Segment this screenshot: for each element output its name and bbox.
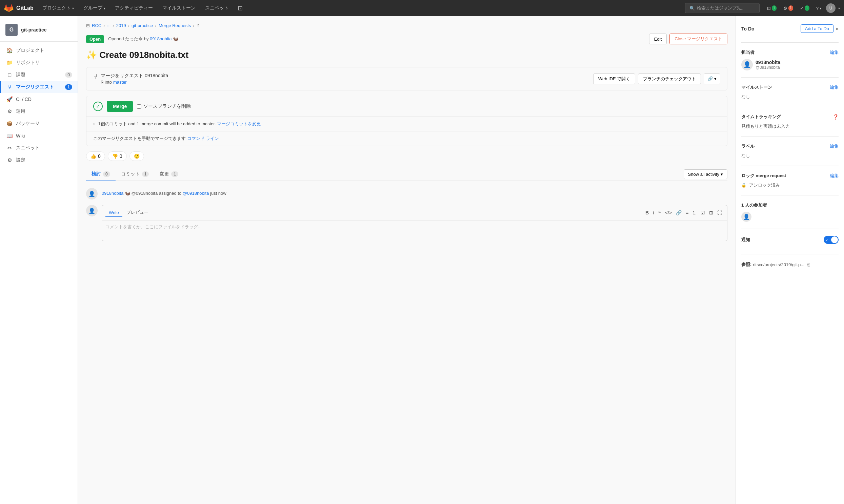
task-list-button[interactable]: ☑ xyxy=(699,209,707,216)
breadcrumb-git-practice[interactable]: git-practice xyxy=(131,23,153,28)
user-avatar[interactable]: U xyxy=(826,3,836,13)
tab-changes[interactable]: 変更 1 xyxy=(154,168,184,181)
check-button[interactable]: ✓ 1 xyxy=(798,4,811,12)
check-circle-icon: ✓ xyxy=(93,102,103,111)
delete-source-checkbox-label[interactable]: ソースブランチを削除 xyxy=(137,103,191,109)
milestone-header: マイルストーン 編集 xyxy=(741,84,839,90)
assignee-edit-link[interactable]: 編集 xyxy=(830,50,839,56)
milestone-section: マイルストーン 編集 なし xyxy=(741,84,839,107)
notification-toggle[interactable]: ✓ xyxy=(824,236,839,244)
mr-open-badge: Open xyxy=(86,35,104,43)
merge-section: ✓ Merge ソースブランチを削除 › 1個のコミット and 1 merge… xyxy=(86,96,727,146)
checkout-button[interactable]: ブランチのチェックアウト xyxy=(638,73,701,84)
comment-preview-tab[interactable]: プレビュー xyxy=(123,208,152,217)
activity-user-link[interactable]: 0918nobita 🦦 xyxy=(102,191,131,196)
sidebar-item-settings[interactable]: ⚙ 設定 xyxy=(0,154,77,166)
comment-write-tab[interactable]: Write xyxy=(105,209,122,217)
sidebar-item-operations[interactable]: ⚙ 運用 xyxy=(0,105,77,118)
command-line-link[interactable]: コマンド ライン xyxy=(187,136,219,141)
comment-toolbar: Write プレビュー B I ❝ </> 🔗 ≡ 1. ☑ ⊞ ⛶ xyxy=(102,205,727,220)
sidebar-item-merge-requests[interactable]: ⑂ マージリクエスト 1 xyxy=(0,81,77,93)
edit-button[interactable]: Edit xyxy=(649,34,667,44)
change-merge-commit-link[interactable]: マージコミットを変更 xyxy=(217,121,261,126)
nav-activity[interactable]: アクティビティー xyxy=(111,4,156,13)
todo-button[interactable]: ⊡ 1 xyxy=(765,4,778,12)
bullet-list-button[interactable]: ≡ xyxy=(684,209,690,216)
sidebar-item-cicd[interactable]: 🚀 CI / CD xyxy=(0,93,77,105)
code-button[interactable]: </> xyxy=(663,209,673,216)
copy-icon: ⎘ xyxy=(101,79,103,85)
sidebar-item-wiki[interactable]: 📖 Wiki xyxy=(0,130,77,142)
expand-commit-info-button[interactable]: › xyxy=(93,121,95,126)
mr-badge: 1 xyxy=(788,5,793,11)
help-button[interactable]: ? ▾ xyxy=(814,4,823,12)
thumbs-down-button[interactable]: 👎 0 xyxy=(108,151,127,161)
show-all-activity-button[interactable]: Show all activity ▾ xyxy=(684,169,727,179)
sidebar-item-packages[interactable]: 📦 パッケージ xyxy=(0,118,77,130)
lock-edit-link[interactable]: 編集 xyxy=(830,173,839,179)
comment-input[interactable]: コメントを書くか、ここにファイルをドラッグ... xyxy=(102,220,727,241)
assignee-name: 0918nobita xyxy=(756,60,780,65)
target-branch[interactable]: master xyxy=(113,79,127,85)
breadcrumb-merge-requests[interactable]: Merge Requests xyxy=(159,23,191,28)
project-avatar: G xyxy=(5,24,18,36)
copy-reference-button[interactable]: ⎘ xyxy=(806,261,811,268)
webide-button[interactable]: Web IDE で開く xyxy=(593,73,635,84)
nav-milestones[interactable]: マイルストーン xyxy=(159,4,199,13)
breadcrumb-2019[interactable]: 2019 xyxy=(116,23,126,28)
sidebar-item-snippets[interactable]: ✂ スニペット xyxy=(0,142,77,154)
tab-discussion[interactable]: 検討 0 xyxy=(86,168,116,181)
label-section: ラベル 編集 なし xyxy=(741,143,839,166)
add-todo-button[interactable]: Add a To Do xyxy=(801,24,833,33)
search-box[interactable]: 🔍 検索またはジャンプ先... xyxy=(685,3,760,13)
todo-section: To Do Add a To Do » xyxy=(741,22,839,43)
delete-source-checkbox[interactable] xyxy=(137,104,141,109)
gitlab-logo-icon xyxy=(4,3,14,13)
comment-box: Write プレビュー B I ❝ </> 🔗 ≡ 1. ☑ ⊞ ⛶ xyxy=(102,205,727,241)
milestone-edit-link[interactable]: 編集 xyxy=(830,84,839,90)
label-value: なし xyxy=(741,153,750,158)
table-button[interactable]: ⊞ xyxy=(707,209,715,216)
merge-button[interactable]: Merge xyxy=(107,101,133,112)
breadcrumb-ellipsis[interactable]: ··· xyxy=(107,23,111,28)
nav-project-menu[interactable]: プロジェクト ▾ xyxy=(39,4,77,13)
mr-request-author-link[interactable]: 0918nobita xyxy=(145,73,168,78)
time-tracking-section: タイムトラッキング ❓ 見積もりと実績は未入力 xyxy=(741,114,839,137)
gitlab-text: GitLab xyxy=(16,5,34,11)
mr-author-link[interactable]: 0918nobita 🦦 xyxy=(150,36,178,41)
mr-button[interactable]: ⚙ 1 xyxy=(781,4,795,12)
gitlab-logo[interactable]: GitLab xyxy=(4,3,34,13)
bold-button[interactable]: B xyxy=(644,209,650,216)
sidebar-item-repository[interactable]: 📁 リポジトリ xyxy=(0,57,77,69)
fullscreen-button[interactable]: ⛶ xyxy=(716,209,724,216)
add-reaction-button[interactable]: 🙂 xyxy=(129,151,144,161)
italic-button[interactable]: I xyxy=(651,209,656,216)
link-button[interactable]: 🔗 xyxy=(674,209,683,216)
issues-badge: 0 xyxy=(65,72,72,77)
close-mr-button[interactable]: Close マージリクエスト xyxy=(669,34,727,44)
label-edit-link[interactable]: 編集 xyxy=(830,143,839,149)
tab-commits[interactable]: コミット 1 xyxy=(116,168,155,181)
lock-section: ロック merge request 編集 🔓 アンロック済み xyxy=(741,173,839,195)
chevron-down-icon: ▾ xyxy=(72,6,74,10)
chevron-down-icon: ▾ xyxy=(838,6,840,10)
more-options-button[interactable]: 🔗 ▾ xyxy=(704,73,720,84)
page-layout: G git-practice 🏠 プロジェクト 📁 リポジトリ ◻ 課題 0 ⑂… xyxy=(0,16,844,504)
quote-button[interactable]: ❝ xyxy=(656,209,663,216)
sidebar-item-issues[interactable]: ◻ 課題 0 xyxy=(0,69,77,81)
chevron-down-icon: ▾ xyxy=(104,6,105,10)
numbered-list-button[interactable]: 1. xyxy=(691,209,698,216)
right-panel: To Do Add a To Do » 担当者 編集 👤 0918nobita … xyxy=(736,16,844,504)
manual-merge-info: このマージリクエストを手動でマージできます コマンド ライン xyxy=(86,131,727,146)
breadcrumb-rcc[interactable]: RCC xyxy=(92,23,101,28)
nav-group-menu[interactable]: グループ ▾ xyxy=(80,4,109,13)
expand-button[interactable]: » xyxy=(836,26,839,32)
thumbs-up-button[interactable]: 👍 0 xyxy=(86,151,105,161)
mr-badge: 1 xyxy=(65,84,72,90)
activity-assigned-to-link[interactable]: @0918nobita xyxy=(183,191,210,196)
comment-box-wrapper: 👤 Write プレビュー B I ❝ </> 🔗 ≡ xyxy=(86,205,727,241)
time-tracking-value: 見積もりと実績は未入力 xyxy=(741,124,790,129)
nav-snippets[interactable]: スニペット xyxy=(202,4,232,13)
sidebar-item-project[interactable]: 🏠 プロジェクト xyxy=(0,44,77,57)
reference-value: ritscc/projects/2019/git-p... xyxy=(753,262,804,267)
